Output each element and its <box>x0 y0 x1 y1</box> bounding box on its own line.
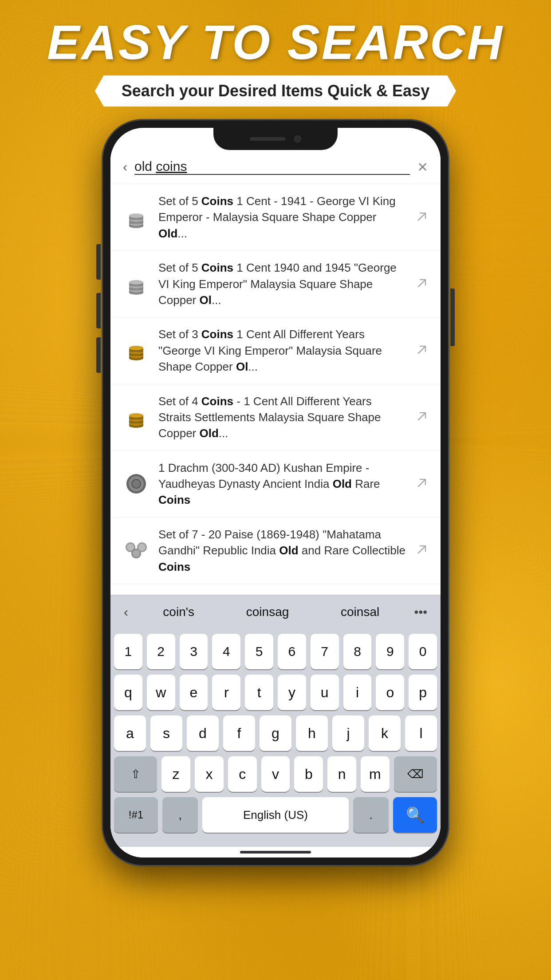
keyboard-key[interactable]: 8 <box>343 634 372 669</box>
speaker <box>250 137 285 141</box>
keyboard-key[interactable]: 9 <box>376 634 404 669</box>
search-result-item[interactable]: Set of 3 Coins 1 Cent All Different Year… <box>110 317 441 384</box>
svg-point-36 <box>138 544 146 551</box>
item-text: Set of 5 Coins 1 Cent - 1941 - George VI… <box>158 193 407 241</box>
keyboard-key[interactable]: i <box>343 675 372 710</box>
arrow-icon <box>416 277 428 291</box>
keyboard-row: qwertyuiop <box>114 675 437 710</box>
keyboard-key[interactable]: d <box>187 715 219 751</box>
search-input[interactable]: old coins <box>134 159 410 175</box>
keyboard-key[interactable]: j <box>332 715 364 751</box>
svg-point-6 <box>129 213 143 218</box>
search-result-item[interactable]: Set of 5 Coins 1 Cent 1940 and 1945 "Geo… <box>110 251 441 317</box>
item-icon <box>123 537 150 564</box>
close-button[interactable]: ✕ <box>417 159 428 175</box>
keyboard-key[interactable]: 0 <box>409 634 437 669</box>
main-title: EASY TO SEARCH <box>0 18 551 67</box>
keyboard-key[interactable]: v <box>261 756 290 792</box>
item-text: Set of 5 Coins 1 Cent 1940 and 1945 "Geo… <box>158 260 407 308</box>
search-query-underlined: coins <box>156 159 187 174</box>
keyboard-row: asdfghjkl <box>114 715 437 751</box>
item-icon <box>123 470 150 497</box>
autocomplete-more[interactable]: ••• <box>405 601 436 624</box>
keyboard-key[interactable]: u <box>311 675 339 710</box>
item-text: 1 Drachm (300-340 AD) Kushan Empire - Ya… <box>158 460 407 508</box>
header-section: EASY TO SEARCH Search your Desired Items… <box>0 18 551 107</box>
camera <box>294 135 301 142</box>
keyboard-key[interactable]: e <box>180 675 208 710</box>
keyboard-key[interactable]: t <box>245 675 273 710</box>
autocomplete-word-3[interactable]: coinsal <box>334 601 386 623</box>
keyboard-key[interactable]: . <box>353 797 389 833</box>
keyboard-key[interactable]: m <box>361 756 390 792</box>
autocomplete-items: coin's coinsag coinsal <box>137 601 405 623</box>
keyboard-key[interactable]: k <box>369 715 401 751</box>
keyboard-key[interactable]: 3 <box>180 634 208 669</box>
search-bar: ‹ old coins ✕ <box>110 150 441 184</box>
search-result-item[interactable]: 1 & 10 Cent - Mix Year - Sri Lanka Colle… <box>110 584 441 595</box>
home-bar-line <box>240 851 311 854</box>
keyboard-key[interactable]: English (US) <box>202 797 349 833</box>
keyboard-key[interactable]: f <box>223 715 255 751</box>
keyboard-key[interactable]: w <box>147 675 175 710</box>
search-result-item[interactable]: Set of 5 Coins 1 Cent - 1941 - George VI… <box>110 184 441 251</box>
phone-content: ‹ old coins ✕ Set of 5 Coins 1 Cent - 19… <box>110 150 441 858</box>
background: EASY TO SEARCH Search your Desired Items… <box>0 0 551 980</box>
keyboard-key[interactable]: h <box>296 715 328 751</box>
keyboard-key[interactable]: 7 <box>311 634 339 669</box>
keyboard-key[interactable]: 4 <box>212 634 240 669</box>
keyboard: 1234567890qwertyuiopasdfghjkl⇧zxcvbnm⌫!#… <box>110 628 441 847</box>
keyboard-key[interactable]: r <box>212 675 240 710</box>
autocomplete-bar: ‹ coin's coinsag coinsal ••• <box>110 595 441 628</box>
keyboard-key[interactable]: 2 <box>147 634 175 669</box>
autocomplete-back[interactable]: ‹ <box>115 600 137 624</box>
keyboard-key[interactable]: ⌫ <box>394 756 437 792</box>
back-button[interactable]: ‹ <box>123 159 127 174</box>
keyboard-key[interactable]: 1 <box>114 634 142 669</box>
keyboard-key[interactable]: 5 <box>245 634 273 669</box>
keyboard-key[interactable]: c <box>228 756 257 792</box>
autocomplete-word-2[interactable]: coinsag <box>239 601 296 623</box>
keyboard-key[interactable]: z <box>161 756 190 792</box>
svg-point-32 <box>127 544 134 551</box>
subtitle: Search your Desired Items Quick & Easy <box>122 82 429 100</box>
keyboard-key[interactable]: b <box>294 756 323 792</box>
keyboard-key[interactable]: 6 <box>278 634 306 669</box>
keyboard-key[interactable]: g <box>260 715 291 751</box>
search-result-item[interactable]: 1 Drachm (300-340 AD) Kushan Empire - Ya… <box>110 451 441 518</box>
search-result-item[interactable]: Set of 4 Coins - 1 Cent All Different Ye… <box>110 384 441 451</box>
svg-point-34 <box>133 550 140 557</box>
keyboard-key[interactable]: q <box>114 675 142 710</box>
arrow-icon <box>416 410 428 424</box>
keyboard-key[interactable]: a <box>114 715 146 751</box>
item-text: Set of 4 Coins - 1 Cent All Different Ye… <box>158 393 407 442</box>
phone-outer: ‹ old coins ✕ Set of 5 Coins 1 Cent - 19… <box>102 120 449 865</box>
keyboard-row: !#1,English (US).🔍 <box>114 797 437 833</box>
item-icon <box>123 271 150 297</box>
arrow-icon <box>416 543 428 557</box>
keyboard-row: ⇧zxcvbnm⌫ <box>114 756 437 792</box>
search-query-static: old <box>134 159 156 174</box>
svg-point-13 <box>129 280 143 285</box>
keyboard-key[interactable]: x <box>195 756 224 792</box>
svg-point-30 <box>132 479 141 488</box>
keyboard-key[interactable]: y <box>278 675 306 710</box>
keyboard-key[interactable]: o <box>376 675 404 710</box>
keyboard-key[interactable]: !#1 <box>114 797 158 833</box>
arrow-icon <box>416 344 428 358</box>
keyboard-key[interactable]: 🔍 <box>393 797 437 833</box>
keyboard-key[interactable]: , <box>162 797 198 833</box>
banner-wrap: Search your Desired Items Quick & Easy <box>95 75 456 107</box>
svg-point-27 <box>129 413 143 418</box>
notch <box>213 128 338 150</box>
keyboard-key[interactable]: l <box>405 715 437 751</box>
autocomplete-word-1[interactable]: coin's <box>156 601 201 623</box>
keyboard-key[interactable]: p <box>409 675 437 710</box>
keyboard-key[interactable]: ⇧ <box>114 756 157 792</box>
keyboard-key[interactable]: s <box>150 715 182 751</box>
phone-inner: ‹ old coins ✕ Set of 5 Coins 1 Cent - 19… <box>110 128 441 858</box>
item-text: Set of 3 Coins 1 Cent All Different Year… <box>158 326 407 375</box>
search-result-item[interactable]: Set of 7 - 20 Paise (1869-1948) "Mahatam… <box>110 518 441 584</box>
svg-point-20 <box>129 346 143 350</box>
keyboard-key[interactable]: n <box>327 756 356 792</box>
